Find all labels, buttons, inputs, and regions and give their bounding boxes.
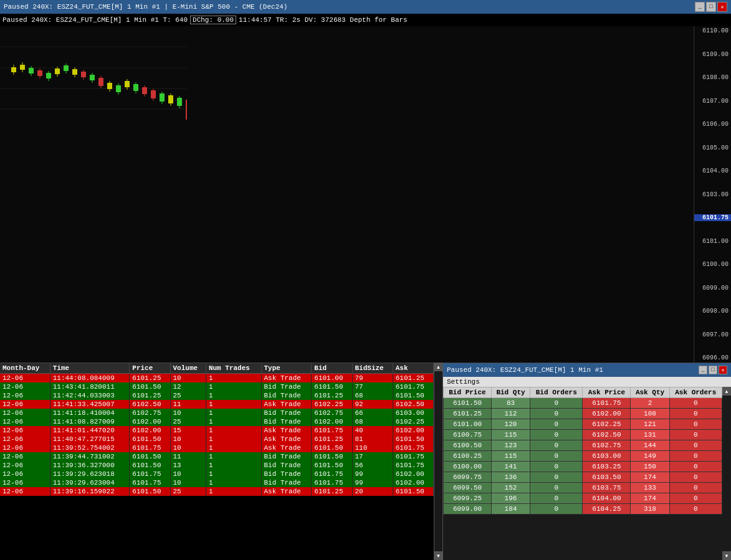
dom-scroll-down[interactable]: ▼ bbox=[722, 551, 731, 560]
col-price: Price bbox=[130, 363, 170, 374]
trade-cell-7-0: 12-06 bbox=[0, 435, 50, 444]
trade-cell-9-7: 17 bbox=[352, 452, 393, 461]
dom-ask-price-7: 6103.50 bbox=[583, 472, 631, 483]
svg-rect-153 bbox=[98, 78, 103, 86]
trade-cell-11-0: 12-06 bbox=[0, 470, 50, 478]
trade-cell-0-4: 1 bbox=[206, 374, 261, 383]
trade-cell-10-8: 6101.75 bbox=[393, 461, 433, 470]
dom-scroll-track[interactable] bbox=[722, 396, 731, 551]
col-bid: Bid bbox=[312, 363, 352, 374]
trade-row-0: 12-0611:44:08.0840096101.25101Ask Trade6… bbox=[0, 374, 434, 383]
close-button[interactable]: ✕ bbox=[717, 2, 727, 12]
dom-ask-qty-6: 150 bbox=[631, 462, 669, 472]
col-ask: Ask bbox=[393, 363, 433, 374]
dom-bid-orders-6: 0 bbox=[530, 462, 583, 472]
trade-cell-11-4: 1 bbox=[206, 470, 261, 478]
trade-cell-0-8: 6101.25 bbox=[393, 374, 433, 383]
svg-rect-157 bbox=[116, 85, 121, 92]
dom-ask-orders-2: 0 bbox=[669, 419, 722, 430]
trade-cell-10-2: 6101.50 bbox=[130, 461, 170, 470]
trade-cell-1-2: 6101.50 bbox=[130, 382, 170, 391]
trade-cell-6-4: 1 bbox=[206, 426, 261, 435]
trade-cell-6-2: 6102.00 bbox=[130, 426, 170, 435]
dom-table-body: 6101.508306101.75206101.2511206102.00108… bbox=[444, 398, 722, 515]
trade-row-5: 12-0611:41:08.8270096102.00251Bid Trade6… bbox=[0, 417, 434, 426]
trade-cell-7-4: 1 bbox=[206, 435, 261, 444]
trade-cell-3-3: 11 bbox=[170, 400, 206, 409]
dom-row-2: 6101.0012006102.251210 bbox=[444, 419, 722, 430]
minimize-button[interactable]: _ bbox=[695, 2, 705, 12]
trade-row-11: 12-0611:39:29.6230186101.75101Bid Trade6… bbox=[0, 470, 434, 478]
trade-cell-1-4: 1 bbox=[206, 382, 261, 391]
trade-cell-3-0: 12-06 bbox=[0, 400, 50, 409]
trade-row-7: 12-0611:40:47.2770156101.50101Ask Trade6… bbox=[0, 435, 434, 444]
dom-bid-orders-1: 0 bbox=[530, 409, 583, 419]
trade-cell-9-2: 6101.50 bbox=[130, 452, 170, 461]
trade-cell-3-1: 11:41:33.425007 bbox=[50, 400, 130, 409]
col-volume: Volume bbox=[170, 363, 206, 374]
trade-cell-9-1: 11:39:44.731002 bbox=[50, 452, 130, 461]
trade-cell-2-5: Bid Trade bbox=[261, 391, 312, 400]
dom-close-button[interactable]: ✕ bbox=[719, 366, 727, 374]
trade-cell-7-8: 6101.50 bbox=[393, 435, 433, 444]
svg-rect-151 bbox=[90, 75, 95, 80]
dom-panel: Paused 240X: ESZ24_FUT_CME[M] 1 Min #1 _… bbox=[442, 363, 731, 560]
trade-cell-9-0: 12-06 bbox=[0, 452, 50, 461]
dom-ask-price-0: 6101.75 bbox=[583, 398, 631, 409]
trade-cell-8-4: 1 bbox=[206, 444, 261, 452]
trade-cell-2-8: 6101.50 bbox=[393, 391, 433, 400]
scroll-down-button[interactable]: ▼ bbox=[434, 551, 443, 560]
dom-bid-price-4: 6100.50 bbox=[444, 440, 492, 451]
trade-cell-8-1: 11:39:52.754002 bbox=[50, 444, 130, 452]
trade-cell-10-1: 11:39:36.327000 bbox=[50, 461, 130, 470]
trade-cell-9-8: 6101.75 bbox=[393, 452, 433, 461]
trade-cell-11-1: 11:39:29.623018 bbox=[50, 470, 130, 478]
trade-cell-9-4: 1 bbox=[206, 452, 261, 461]
trade-cell-3-4: 1 bbox=[206, 400, 261, 409]
dom-bid-price-6: 6100.00 bbox=[444, 462, 492, 472]
dom-ask-orders-1: 0 bbox=[669, 409, 722, 419]
trade-cell-1-7: 77 bbox=[352, 382, 393, 391]
dom-ask-price-10: 6104.25 bbox=[583, 504, 631, 515]
col-time: Time bbox=[50, 363, 130, 374]
trade-row-13: 12-0611:39:16.1590226101.50251Ask Trade6… bbox=[0, 487, 434, 496]
dom-bid-price-5: 6100.25 bbox=[444, 451, 492, 462]
trade-cell-9-3: 11 bbox=[170, 452, 206, 461]
trade-cell-6-5: Ask Trade bbox=[261, 426, 312, 435]
scroll-track[interactable] bbox=[434, 371, 442, 551]
dom-bid-orders-2: 0 bbox=[530, 419, 583, 430]
trade-cell-10-0: 12-06 bbox=[0, 461, 50, 470]
trade-row-3: 12-0611:41:33.4250076102.50111Ask Trade6… bbox=[0, 400, 434, 409]
trade-cell-12-2: 6101.75 bbox=[130, 478, 170, 487]
trade-cell-8-8: 6101.75 bbox=[393, 444, 433, 452]
price-axis: 6110.00 6109.00 6108.00 6107.00 6106.00 … bbox=[694, 26, 731, 363]
trade-cell-4-0: 12-06 bbox=[0, 409, 50, 417]
svg-rect-171 bbox=[177, 98, 182, 106]
scroll-up-button[interactable]: ▲ bbox=[434, 363, 443, 371]
dom-ask-price-9: 6104.00 bbox=[583, 493, 631, 504]
trade-log-scrollbar[interactable]: ▲ ▼ bbox=[434, 363, 442, 560]
maximize-button[interactable]: □ bbox=[706, 2, 716, 12]
trade-table: Month-Day Time Price Volume Num Trades T… bbox=[0, 363, 434, 496]
price-6107: 6107.00 bbox=[694, 98, 731, 105]
price-6102-current: 6101.75 bbox=[694, 214, 731, 221]
svg-rect-149 bbox=[81, 72, 86, 77]
dom-scrollbar[interactable]: ▲ ▼ bbox=[722, 387, 731, 560]
trade-cell-5-8: 6102.25 bbox=[393, 417, 433, 426]
dom-col-ask-qty: Ask Qty bbox=[631, 387, 669, 398]
dom-maximize-button[interactable]: □ bbox=[709, 366, 717, 374]
dom-bid-price-0: 6101.50 bbox=[444, 398, 492, 409]
svg-rect-159 bbox=[125, 81, 130, 87]
dom-col-bid-qty: Bid Qty bbox=[491, 387, 530, 398]
trade-cell-8-7: 110 bbox=[352, 444, 393, 452]
dom-settings: Settings bbox=[443, 377, 731, 387]
dom-scroll-up[interactable]: ▲ bbox=[722, 387, 731, 396]
trade-cell-7-2: 6101.50 bbox=[130, 435, 170, 444]
dom-minimize-button[interactable]: _ bbox=[699, 366, 707, 374]
dom-bid-qty-9: 196 bbox=[491, 493, 530, 504]
trade-cell-5-0: 12-06 bbox=[0, 417, 50, 426]
dom-ask-qty-5: 149 bbox=[631, 451, 669, 462]
svg-rect-137 bbox=[29, 68, 34, 74]
trade-cell-13-8: 6101.50 bbox=[393, 487, 433, 496]
svg-rect-165 bbox=[151, 90, 156, 98]
